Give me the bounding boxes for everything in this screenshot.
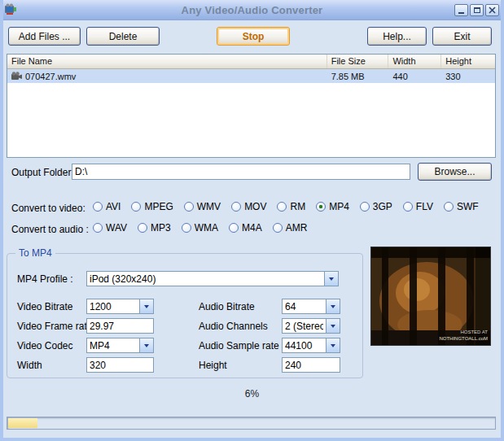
chevron-down-icon [144,344,149,347]
radio-rm[interactable]: RM [277,201,305,212]
file-list: File Name File Size Width Height 070427.… [7,54,496,158]
preview-watermark-line1: HOSTED AT [460,330,488,334]
video-codec-select [86,338,154,353]
window-title: Any Video/Audio Converter [0,4,504,16]
add-files-button[interactable]: Add Files ... [8,27,81,46]
width-field [86,357,154,373]
audio-channels-dropdown-button[interactable] [326,319,340,333]
width-input[interactable] [87,358,153,372]
minimize-button[interactable] [454,4,468,16]
radio-3gp[interactable]: 3GP [360,201,392,212]
stop-button[interactable]: Stop [217,27,290,46]
mp4-profile-value[interactable] [87,272,324,286]
video-codec-dropdown-button[interactable] [139,338,153,352]
radio-wav[interactable]: WAV [93,222,127,234]
lion-preview-image: HOSTED AT NOTHINGTOALL.coM [371,247,490,345]
column-header-file-name[interactable]: File Name [7,55,327,68]
radio-circle [231,202,241,212]
maximize-icon [474,7,480,13]
progress-percent-label: 6% [0,388,504,400]
progress-bar [7,417,496,430]
mp4-profile-dropdown-button[interactable] [324,272,338,286]
video-bitrate-label: Video Bitrate [17,301,73,312]
help-button[interactable]: Help... [367,27,427,46]
audio-bitrate-select [282,299,340,314]
file-list-header: File Name File Size Width Height [7,55,495,69]
audio-bitrate-dropdown-button[interactable] [326,299,340,313]
height-field [282,357,340,373]
chevron-down-icon [331,344,335,347]
output-folder-label: Output Folder : [11,167,77,178]
radio-circle [93,223,103,233]
radio-circle [444,202,454,212]
video-frame-rate-field [86,318,154,334]
audio-channels-select [282,318,340,334]
video-frame-rate-input[interactable] [87,319,153,333]
column-header-file-size[interactable]: File Size [327,55,389,68]
window-controls [454,4,499,16]
audio-channels-label: Audio Channels [199,321,268,332]
height-input[interactable] [283,358,340,372]
video-bitrate-select [86,299,154,314]
audio-sample-rate-label: Audio Sample rate [199,340,279,351]
radio-flv[interactable]: FLV [403,201,433,212]
column-header-width[interactable]: Width [388,55,441,68]
radio-mp3[interactable]: MP3 [138,222,171,234]
radio-circle [184,202,194,212]
audio-bitrate-value[interactable] [283,299,326,313]
convert-to-video-label: Convert to video: [11,203,85,214]
video-codec-value[interactable] [87,338,139,352]
close-button[interactable] [485,4,499,16]
audio-bitrate-label: Audio Bitrate [199,301,255,312]
minimize-icon [458,12,464,14]
table-row[interactable]: 070427.wmv 7.85 MB 440 330 [7,69,495,83]
maximize-button[interactable] [470,4,484,16]
group-title: To MP4 [15,247,55,259]
preview-watermark-line2: NOTHINGTOALL.coM [439,336,488,341]
progress-bar-fill [8,418,37,428]
audio-sample-rate-value[interactable] [283,338,326,352]
radio-mov[interactable]: MOV [231,201,266,212]
video-preview: HOSTED AT NOTHINGTOALL.coM [370,247,491,346]
chevron-down-icon [144,305,149,308]
mp4-profile-label: MP4 Profile : [17,273,73,285]
column-header-height[interactable]: Height [441,55,495,68]
width-label: Width [17,360,42,371]
height-label: Height [199,360,227,371]
radio-circle [131,202,141,212]
radio-avi[interactable]: AVI [93,201,121,212]
chevron-down-icon [329,277,334,281]
mp4-profile-select [86,271,339,286]
video-codec-label: Video Codec [17,340,73,351]
video-bitrate-dropdown-button[interactable] [139,299,153,313]
radio-circle [360,202,370,212]
file-size-cell: 7.85 MB [327,72,389,81]
radio-m4a[interactable]: M4A [229,222,262,234]
mp4-settings-group: To MP4 MP4 Profile : Video Bitrate Audio… [7,253,363,378]
radio-swf[interactable]: SWF [444,201,479,212]
radio-wma[interactable]: WMA [182,222,218,234]
chevron-down-icon [331,305,335,308]
audio-sample-rate-select [282,338,340,353]
convert-to-video-options: AVI MPEG WMV MOV RM MP4 3GP FLV SWF [93,201,479,212]
file-name-cell: 070427.wmv [7,72,327,81]
file-name-text: 070427.wmv [25,72,76,81]
exit-button[interactable]: Exit [432,27,492,46]
output-folder-input[interactable] [72,164,410,179]
radio-amr[interactable]: AMR [273,222,308,234]
delete-button[interactable]: Delete [86,27,160,46]
video-file-icon [11,72,23,81]
audio-channels-value[interactable] [283,319,326,333]
convert-to-audio-options: WAV MP3 WMA M4A AMR [93,222,307,234]
title-bar: Any Video/Audio Converter [0,0,504,20]
video-frame-rate-label: Video Frame rate [17,321,93,332]
audio-sample-rate-dropdown-button[interactable] [326,338,340,352]
radio-circle [138,223,147,233]
file-width-cell: 440 [388,72,441,81]
radio-wmv[interactable]: WMV [184,201,221,212]
radio-mpeg[interactable]: MPEG [131,201,173,212]
radio-circle [273,223,283,233]
radio-mp4[interactable]: MP4 [316,201,349,212]
browse-button[interactable]: Browse... [418,163,492,181]
video-bitrate-value[interactable] [87,299,139,313]
